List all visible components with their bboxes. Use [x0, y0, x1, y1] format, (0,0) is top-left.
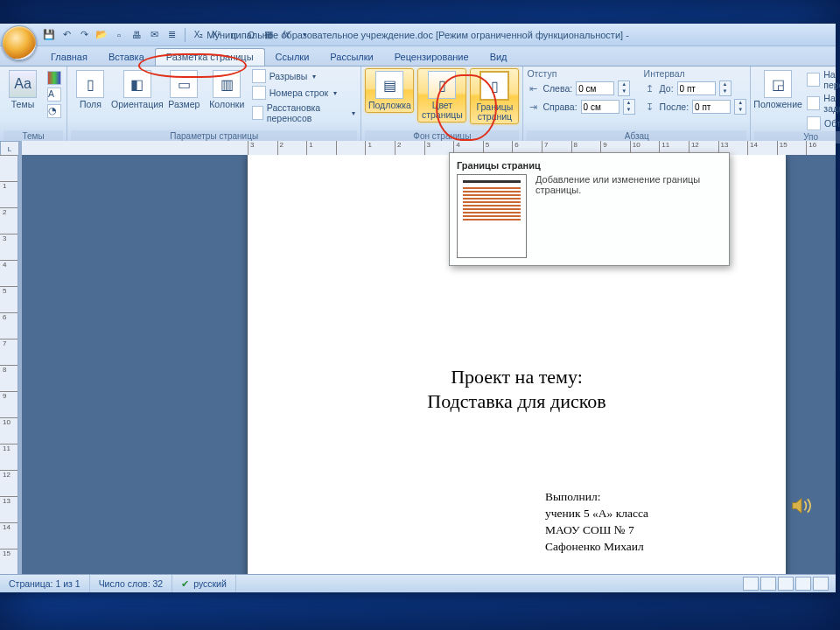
view-draft-button[interactable] [813, 577, 829, 591]
page-color-button[interactable]: ▯Цвет страницы [417, 68, 466, 122]
subscript-icon[interactable]: X₂ [192, 28, 206, 42]
bullets-icon[interactable]: ≣ [164, 28, 178, 42]
mail-icon[interactable]: ✉ [147, 28, 161, 42]
orientation-icon: ◧ [123, 70, 151, 98]
watermark-icon: ▤ [375, 71, 403, 99]
bring-front-icon [807, 73, 820, 87]
page-color-icon: ▯ [428, 71, 456, 99]
spacing-before-icon: ↥ [644, 83, 656, 94]
view-print-layout-button[interactable] [743, 577, 759, 591]
indent-left-icon: ⇤ [527, 83, 539, 94]
tab-references[interactable]: Ссылки [265, 49, 320, 66]
vertical-ruler[interactable]: 123456789101112131415 [0, 155, 18, 575]
view-reading-button[interactable] [760, 577, 776, 591]
tab-mailings[interactable]: Рассылки [319, 49, 383, 66]
tab-home[interactable]: Главная [40, 49, 98, 66]
save-icon[interactable]: 💾 [42, 28, 56, 42]
tab-insert[interactable]: Вставка [98, 49, 155, 66]
indent-left-spinner[interactable]: ▲▼ [618, 80, 630, 96]
send-back-button[interactable]: На задний [805, 92, 840, 115]
doc-author-block: Выполнил: ученик 5 «А» класса МАОУ СОШ №… [545, 488, 733, 555]
spacing-after-spinner[interactable]: ▲▼ [734, 99, 746, 115]
status-page[interactable]: Страница: 1 из 1 [0, 575, 90, 592]
indent-right-input[interactable] [581, 100, 620, 114]
group-arrange: ◲Положение На передн На задний Обтекани … [751, 66, 840, 143]
proofing-icon: ✔ [181, 578, 189, 589]
speaker-icon [789, 495, 814, 516]
view-outline-button[interactable] [795, 577, 811, 591]
hyphenation-button[interactable]: Расстановка переносов [250, 102, 358, 124]
size-icon: ▭ [170, 70, 198, 98]
spacing-before-field[interactable]: ↥ До: ▲▼ [644, 80, 747, 96]
breaks-icon [252, 69, 266, 83]
tooltip-title: Границы страниц [457, 160, 722, 171]
group-themes: Аа Темы A ◔ Темы [0, 66, 67, 143]
redo-icon[interactable]: ↷ [77, 28, 91, 42]
position-icon: ◲ [764, 70, 792, 98]
office-button[interactable] [2, 25, 37, 60]
linenum-icon [252, 86, 266, 100]
indent-right-icon: ⇥ [527, 102, 539, 112]
window-title: Муниципальное образовательное учреждение… [206, 30, 629, 40]
line-numbers-button[interactable]: Номера строк [250, 85, 358, 101]
send-back-icon [807, 96, 820, 110]
tab-review[interactable]: Рецензирование [384, 49, 480, 66]
spacing-after-field[interactable]: ↧ После: ▲▼ [644, 99, 747, 115]
indent-header: Отступ [527, 68, 634, 79]
breaks-button[interactable]: Разрывы [250, 68, 358, 84]
group-paragraph: Отступ ⇤ Слева: ▲▼ ⇥ Справа: ▲▼ [523, 66, 751, 143]
text-wrap-icon [807, 116, 821, 130]
new-icon[interactable]: ▫ [112, 28, 126, 42]
spacing-after-input[interactable] [692, 100, 731, 114]
spacing-before-input[interactable] [677, 81, 716, 95]
themes-icon: Аа [9, 70, 37, 98]
undo-icon[interactable]: ↶ [60, 28, 74, 42]
themes-button[interactable]: Аа Темы [4, 68, 42, 111]
indent-left-field[interactable]: ⇤ Слева: ▲▼ [527, 80, 634, 96]
page-borders-button[interactable]: ▯Границы страниц [470, 68, 519, 124]
indent-right-field[interactable]: ⇥ Справа: ▲▼ [527, 99, 634, 115]
group-page-setup: ▯Поля ◧Ориентация ▭Размер ▥Колонки Разры… [67, 66, 361, 143]
tooltip-page-borders: Границы страниц Добавление или изменение… [449, 152, 730, 266]
open-icon[interactable]: 📂 [94, 28, 108, 42]
status-wordcount[interactable]: Число слов: 32 [90, 575, 173, 592]
indent-left-input[interactable] [576, 81, 614, 95]
bring-front-button[interactable]: На передн [805, 68, 840, 91]
theme-effects-icon[interactable]: ◔ [46, 103, 63, 119]
ribbon: Аа Темы A ◔ Темы ▯Поля ◧Ориентация ▭Разм… [0, 66, 836, 144]
watermark-button[interactable]: ▤Подложка [365, 68, 414, 113]
tab-page-layout[interactable]: Разметка страницы [155, 48, 265, 66]
qat-sep [185, 28, 186, 42]
spacing-header: Интервал [644, 68, 747, 79]
hyphen-icon [252, 106, 263, 120]
spacing-before-spinner[interactable]: ▲▼ [719, 80, 732, 96]
theme-colors-icon[interactable] [46, 70, 63, 86]
tooltip-thumbnail [457, 174, 527, 258]
titlebar: 💾 ↶ ↷ 📂 ▫ 🖶 ✉ ≣ X₂ X² π Ω ▦ fx Муниципал… [0, 24, 836, 46]
size-button[interactable]: ▭Размер [164, 68, 204, 111]
ribbon-tabs: Главная Вставка Разметка страницы Ссылки… [0, 46, 836, 66]
margins-icon: ▯ [76, 70, 104, 98]
position-button[interactable]: ◲Положение [754, 68, 802, 111]
text-wrap-button[interactable]: Обтекани [805, 116, 840, 131]
quickprint-icon[interactable]: 🖶 [130, 28, 144, 42]
orientation-button[interactable]: ◧Ориентация [114, 68, 161, 111]
indent-right-spinner[interactable]: ▲▼ [623, 99, 635, 115]
group-page-background: ▤Подложка ▯Цвет страницы ▯Границы страни… [361, 66, 523, 143]
doc-project-title: Проект на тему:Подставка для дисков [300, 365, 733, 414]
view-web-button[interactable] [778, 577, 794, 591]
word-window: 💾 ↶ ↷ 📂 ▫ 🖶 ✉ ≣ X₂ X² π Ω ▦ fx Муниципал… [0, 24, 836, 592]
theme-fonts-icon[interactable]: A [46, 87, 63, 102]
columns-button[interactable]: ▥Колонки [207, 68, 247, 111]
status-bar: Страница: 1 из 1 Число слов: 32 ✔ русски… [0, 574, 836, 592]
spacing-after-icon: ↧ [644, 102, 656, 112]
tab-view[interactable]: Вид [480, 49, 518, 66]
page-borders-icon: ▯ [480, 71, 509, 101]
status-language[interactable]: ✔ русский [172, 575, 236, 592]
margins-button[interactable]: ▯Поля [71, 68, 110, 111]
tooltip-desc: Добавление или изменение границы страниц… [536, 174, 722, 195]
columns-icon: ▥ [213, 70, 241, 98]
